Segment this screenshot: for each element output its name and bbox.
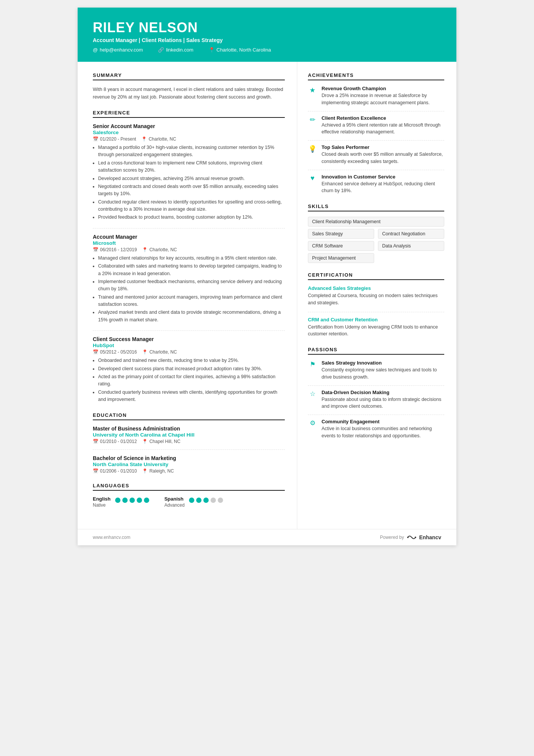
location-icon-2: 📍 [142,247,148,252]
bullet: Conducted regular client reviews to iden… [98,199,285,213]
calendar-icon-edu2: 📅 [93,468,98,474]
passion-1-text: Constantly exploring new sales technique… [322,366,444,381]
edu-1-degree: Master of Business Administration [93,426,285,432]
header: RILEY NELSON Account Manager | Client Re… [78,8,456,62]
candidate-title: Account Manager | Client Relations | Sal… [93,37,441,43]
job-2: Account Manager Microsoft 📅 06/2016 - 12… [93,234,285,324]
education-title: EDUCATION [93,412,285,420]
heart-icon: ♥ [308,174,317,195]
location-value: Charlotte, North Carolina [217,47,271,53]
education-section: EDUCATION Master of Business Administrat… [93,412,285,474]
summary-text: With 8 years in account management, I ex… [93,86,285,101]
contact-info: @ help@enhancv.com 🔗 linkedin.com 📍 Char… [93,47,441,53]
job-1-location: 📍 Charlotte, NC [141,136,176,142]
summary-section: SUMMARY With 8 years in account manageme… [93,72,285,101]
edu-1-dates: 📅 01/2010 - 01/2012 [93,439,137,444]
passion-1-content: Sales Strategy Innovation Constantly exp… [322,360,444,381]
right-column: ACHIEVEMENTS ★ Revenue Growth Champion D… [297,62,456,529]
candidate-name: RILEY NELSON [93,20,441,36]
location-contact: 📍 Charlotte, North Carolina [209,47,271,53]
skills-section: SKILLS Client Relationship Management Sa… [308,203,444,263]
achievement-2-content: Client Retention Excellence Achieved a 9… [322,115,444,136]
achievement-divider-1 [308,111,444,111]
passion-1-title: Sales Strategy Innovation [322,360,444,366]
calendar-icon-3: 📅 [93,349,98,355]
job-divider-1 [93,228,285,229]
bullet: Developed client success plans that incr… [98,365,285,373]
edu-item-2: Bachelor of Science in Marketing North C… [93,455,285,474]
edu-1-location: 📍 Chapel Hill, NC [142,439,180,444]
passion-3-title: Community Engagement [322,419,444,424]
footer-powered: Powered by Enhancv [380,534,441,541]
cert-1: Advanced Sales Strategies Completed at C… [308,285,444,307]
bullet: Managed a portfolio of 30+ high-value cl… [98,144,285,159]
email-contact: @ help@enhancv.com [93,47,143,53]
dot [130,498,135,503]
job-1-bullets: Managed a portfolio of 30+ high-value cl… [93,144,285,221]
pencil-icon: ✏ [308,116,317,136]
skill-crm: Client Relationship Management [308,217,444,227]
achievement-1-text: Drove a 25% increase in revenue at Sales… [322,92,444,106]
left-column: SUMMARY With 8 years in account manageme… [78,62,297,529]
powered-by-label: Powered by [380,535,404,540]
passion-3-text: Active in local business communities and… [322,425,444,440]
passion-3-content: Community Engagement Active in local bus… [322,419,444,440]
cert-divider [308,312,444,312]
job-2-meta: 📅 06/2016 - 12/2019 📍 Charlotte, NC [93,247,285,252]
svg-point-0 [407,537,409,538]
edu-1-school: University of North Carolina at Chapel H… [93,432,285,438]
calendar-icon-2: 📅 [93,247,98,252]
job-2-bullets: Managed client relationships for key acc… [93,255,285,324]
bulb-icon: 💡 [308,145,317,165]
achievement-4-content: Innovation in Customer Service Enhanced … [322,174,444,195]
language-english-info: English Native [93,496,111,508]
job-3-location: 📍 Charlotte, NC [142,349,177,355]
language-english-dots [115,498,149,503]
language-english-name: English [93,496,111,502]
passion-2-title: Data-Driven Decision Making [322,390,444,395]
languages-row: English Native Spanish [93,496,285,508]
experience-section: EXPERIENCE Senior Account Manager Salesf… [93,110,285,403]
resume-page: RILEY NELSON Account Manager | Client Re… [78,8,456,545]
achievement-1-content: Revenue Growth Champion Drove a 25% incr… [322,86,444,106]
passion-1: ⚑ Sales Strategy Innovation Constantly e… [308,360,444,381]
achievement-4-text: Enhanced service delivery at HubSpot, re… [322,180,444,195]
achievement-2: ✏ Client Retention Excellence Achieved a… [308,115,444,136]
bullet: Provided feedback to product teams, boos… [98,214,285,221]
language-english: English Native [93,496,149,508]
achievement-2-title: Client Retention Excellence [322,115,444,121]
job-3-bullets: Onboarded and trained new clients, reduc… [93,357,285,403]
edu-2-dates: 📅 01/2006 - 01/2010 [93,468,137,474]
bullet: Negotiated contracts and closed deals wo… [98,183,285,198]
passion-2: ☆ Data-Driven Decision Making Passionate… [308,390,444,410]
job-2-location: 📍 Charlotte, NC [142,247,177,252]
language-spanish: Spanish Advanced [164,496,223,508]
skill-contract: Contract Negotiation [378,229,444,239]
bullet: Analyzed market trends and client data t… [98,309,285,324]
bullet: Onboarded and trained new clients, reduc… [98,357,285,364]
achievement-4-title: Innovation in Customer Service [322,174,444,180]
calendar-icon-edu1: 📅 [93,439,98,444]
dot [115,498,120,503]
body: SUMMARY With 8 years in account manageme… [78,62,456,529]
language-spanish-level: Advanced [164,502,184,508]
achievement-3-text: Closed deals worth over $5 million annua… [322,151,444,165]
skills-title: SKILLS [308,203,444,211]
job-3-dates: 📅 05/2012 - 05/2016 [93,349,137,355]
location-icon-edu2: 📍 [142,468,148,474]
job-divider-2 [93,330,285,331]
cert-1-text: Completed at Coursera, focusing on moder… [308,292,444,307]
skill-crm-software: CRM Software [308,241,374,251]
gear-icon: ⚙ [308,419,317,440]
dot [196,498,201,503]
dot-empty [211,498,216,503]
achievement-divider-3 [308,170,444,170]
enhancv-brand: Enhancv [419,534,441,540]
location-icon: 📍 [209,47,215,53]
dot-empty [218,498,223,503]
calendar-icon-1: 📅 [93,136,98,142]
skill-project-mgmt: Project Management [308,253,374,263]
footer: www.enhancv.com Powered by Enhancv [78,529,456,545]
dot [189,498,194,503]
flag-icon: ⚑ [308,360,317,381]
